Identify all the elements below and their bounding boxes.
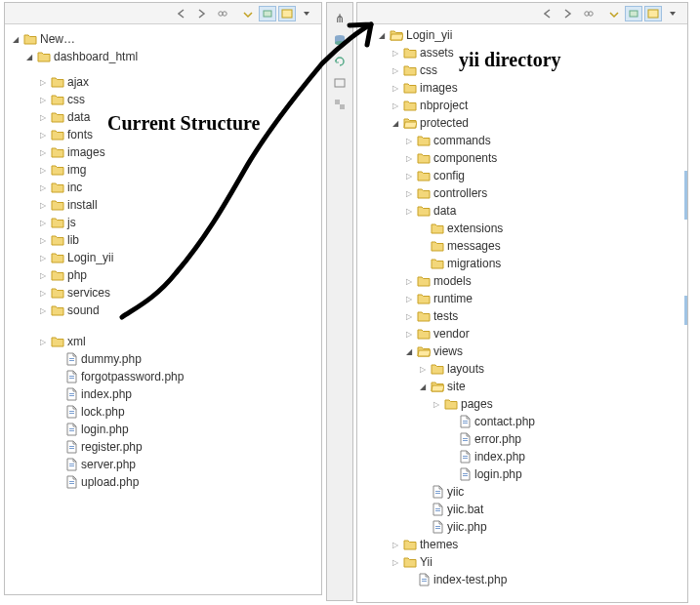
twisty-icon[interactable]: ▷	[404, 311, 414, 321]
tree-row-protected[interactable]: ◢ protected	[359, 114, 685, 132]
twisty-icon[interactable]: ▷	[38, 305, 48, 315]
tree-row-file[interactable]: error.php	[359, 430, 685, 448]
twisty-icon[interactable]: ▷	[38, 77, 48, 87]
twisty-icon[interactable]: ▷	[404, 153, 414, 163]
tree-row-layouts[interactable]: ▷ layouts	[359, 360, 685, 378]
tree-row-folder[interactable]: ▷ sound	[7, 302, 319, 319]
link-icon[interactable]	[214, 6, 231, 21]
tree-row-folder[interactable]: ▷ controllers	[359, 184, 685, 202]
tree-row-folder[interactable]: ▷ inc	[7, 179, 319, 196]
twisty-icon[interactable]: ▷	[38, 288, 48, 298]
twisty-icon[interactable]: ▷	[38, 147, 48, 157]
dropdown-icon[interactable]	[664, 6, 681, 21]
tree-row-folder[interactable]: ▷ vendor	[359, 325, 685, 343]
tree-row-file[interactable]: dummy.php	[7, 350, 319, 368]
tree-row-file[interactable]: login.php	[359, 465, 685, 483]
tool-a-icon[interactable]	[332, 75, 348, 91]
twisty-icon[interactable]: ▷	[38, 337, 48, 346]
twisty-icon[interactable]: ▷	[391, 65, 400, 75]
twisty-icon[interactable]: ▷	[38, 182, 48, 192]
twisty-icon[interactable]: ▷	[404, 276, 414, 286]
tree-row-file[interactable]: server.php	[7, 456, 319, 473]
twisty-icon[interactable]: ▷	[404, 171, 414, 181]
filter-icon[interactable]	[625, 6, 642, 21]
dropdown-icon[interactable]	[298, 6, 315, 21]
tree-row-folder[interactable]: ▷ themes	[359, 536, 685, 553]
twisty-icon[interactable]: ▷	[404, 206, 414, 216]
tree-row-folder[interactable]: ▷ services	[7, 284, 319, 302]
sync-icon[interactable]	[332, 54, 348, 69]
tool-b-icon[interactable]	[332, 97, 348, 112]
tree-row-data[interactable]: ▷ data	[359, 202, 685, 220]
tree-row-folder[interactable]: ▷ data	[7, 108, 319, 126]
twisty-icon[interactable]: ◢	[404, 346, 414, 356]
link-icon[interactable]	[580, 6, 597, 21]
tree-row-file[interactable]: index.php	[7, 385, 319, 403]
view-mode-icon[interactable]	[644, 6, 662, 21]
tree-row-folder[interactable]: ▷ images	[359, 79, 685, 97]
nav-forward-icon[interactable]	[194, 6, 212, 21]
twisty-icon[interactable]: ▷	[404, 294, 414, 303]
twisty-icon[interactable]: ▷	[404, 136, 414, 145]
tree-row-folder[interactable]: ▷ js	[7, 214, 319, 231]
nav-back-icon[interactable]	[541, 6, 558, 21]
twisty-icon[interactable]: ▷	[391, 557, 400, 567]
twisty-icon[interactable]: ◢	[24, 52, 34, 61]
twisty-icon[interactable]: ◢	[11, 34, 21, 44]
tree-row-file[interactable]: index.php	[359, 448, 685, 465]
twisty-icon[interactable]: ▷	[418, 364, 428, 374]
twisty-icon[interactable]: ▷	[391, 540, 400, 549]
tree-row-folder[interactable]: ▷ runtime	[359, 290, 685, 307]
twisty-icon[interactable]: ▷	[38, 218, 48, 227]
tree-row-folder[interactable]: migrations	[359, 255, 685, 272]
tree-row-folder[interactable]: messages	[359, 237, 685, 255]
tree-row-file[interactable]: contact.php	[359, 413, 685, 430]
twisty-icon[interactable]: ▷	[38, 165, 48, 175]
tree-row-folder[interactable]: ▷ components	[359, 149, 685, 167]
tree-row-file[interactable]: index-test.php	[359, 571, 685, 588]
tree-row-site[interactable]: ◢ site	[359, 378, 685, 395]
tree-row-folder[interactable]: ▷ ajax	[7, 73, 319, 91]
db-icon[interactable]	[332, 32, 348, 48]
tree-row-file[interactable]: yiic	[359, 483, 685, 501]
tree-row-folder[interactable]: ▷ nbproject	[359, 97, 685, 114]
collapse-all-icon[interactable]	[605, 6, 623, 21]
twisty-icon[interactable]: ▷	[391, 48, 400, 58]
tree-row-folder[interactable]: ▷ img	[7, 161, 319, 179]
nav-back-icon[interactable]	[175, 6, 192, 21]
twisty-icon[interactable]: ▷	[432, 399, 441, 409]
tree-row-folder[interactable]: ▷ Yii	[359, 553, 685, 571]
twisty-icon[interactable]: ▷	[38, 95, 48, 104]
twisty-icon[interactable]: ▷	[38, 270, 48, 280]
tree-row-views[interactable]: ◢ views	[359, 343, 685, 360]
tree-row-file[interactable]: yiic.bat	[359, 501, 685, 518]
twisty-icon[interactable]: ▷	[38, 200, 48, 210]
view-mode-icon[interactable]	[278, 6, 296, 21]
tree-row-folder[interactable]: extensions	[359, 220, 685, 237]
twisty-icon[interactable]: ▷	[38, 112, 48, 122]
outline-icon[interactable]: ⋔	[332, 11, 348, 26]
twisty-icon[interactable]: ▷	[391, 101, 400, 110]
nav-forward-icon[interactable]	[560, 6, 578, 21]
tree-row-folder[interactable]: ▷ Login_yii	[7, 249, 319, 266]
twisty-icon[interactable]: ▷	[404, 188, 414, 198]
tree-row-folder[interactable]: ▷ images	[7, 143, 319, 161]
twisty-icon[interactable]: ◢	[377, 30, 387, 40]
twisty-icon[interactable]: ▷	[38, 235, 48, 245]
tree-row-folder[interactable]: ▷ install	[7, 196, 319, 214]
tree-row-folder[interactable]: ▷ css	[7, 91, 319, 108]
tree-row-folder[interactable]: ▷ tests	[359, 307, 685, 325]
tree-row-folder[interactable]: ▷ fonts	[7, 126, 319, 143]
filter-icon[interactable]	[259, 6, 276, 21]
tree-row-folder[interactable]: ▷ commands	[359, 132, 685, 149]
tree-row-file[interactable]: forgotpassword.php	[7, 368, 319, 385]
tree-row-file[interactable]: register.php	[7, 438, 319, 456]
tree-row-root[interactable]: ◢ Login_yii	[359, 26, 685, 44]
twisty-icon[interactable]: ◢	[391, 118, 400, 128]
tree-row-pages[interactable]: ▷ pages	[359, 395, 685, 413]
tree-row-folder[interactable]: ▷ lib	[7, 231, 319, 249]
tree-row-folder[interactable]: ▷ css	[359, 61, 685, 79]
tree-row-folder[interactable]: ▷ config	[359, 167, 685, 184]
tree-row-file[interactable]: upload.php	[7, 473, 319, 491]
tree-row-folder[interactable]: ▷ assets	[359, 44, 685, 61]
